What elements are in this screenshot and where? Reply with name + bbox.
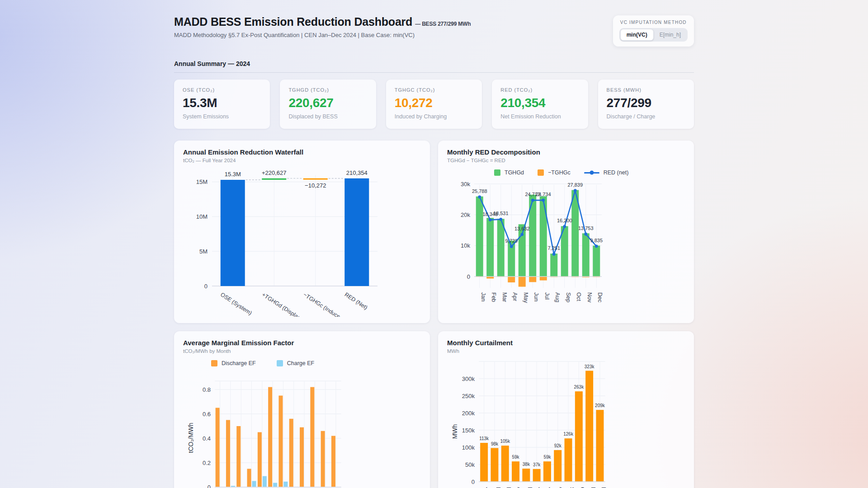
- kpi-subtext: Discharge / Charge: [607, 113, 685, 120]
- chart-subtitle: tCO₂/MWh by Month: [183, 348, 421, 354]
- annual-summary-heading: Annual Summary — 2024: [174, 60, 694, 67]
- kpi-card-ose: OSE (TCO₂) 15.3M System Emissions: [174, 80, 270, 129]
- vc-method-option-minvc[interactable]: min(VC): [620, 29, 654, 41]
- kpi-subtext: System Emissions: [183, 113, 261, 120]
- svg-text:0: 0: [472, 479, 475, 485]
- svg-text:Nov: Nov: [586, 292, 593, 303]
- kpi-card-bess: BESS (MWH) 277/299 Discharge / Charge: [598, 80, 694, 129]
- kpi-label: TGHGC (TCO₂): [395, 87, 473, 93]
- legend-label: Charge EF: [287, 360, 314, 366]
- svg-text:RED (Net): RED (Net): [344, 291, 369, 311]
- svg-text:−10,272: −10,272: [305, 182, 326, 189]
- charts-grid: Annual Emission Reduction Waterfall tCO₂…: [174, 141, 694, 488]
- svg-text:18,531: 18,531: [493, 211, 509, 216]
- chart-title: Average Marginal Emission Factor: [183, 339, 421, 347]
- svg-text:0.8: 0.8: [203, 386, 211, 393]
- dashboard: MADD BESS Emission Reduction Dashboard— …: [174, 0, 694, 488]
- ef-chart-legend: Discharge EF Charge EF: [211, 358, 421, 368]
- tghgc-swatch-icon: [538, 169, 544, 176]
- chart-title: Monthly Curtailment: [447, 339, 685, 347]
- vc-imputation-label: VC IMPUTATION METHOD: [619, 20, 688, 25]
- svg-text:59k: 59k: [543, 455, 551, 460]
- svg-text:OSE (System): OSE (System): [219, 291, 253, 316]
- legend-item-red-net[interactable]: RED (net): [584, 169, 629, 176]
- kpi-value: 15.3M: [183, 96, 261, 110]
- kpi-value: 210,354: [500, 96, 579, 110]
- svg-text:13,632: 13,632: [514, 226, 530, 231]
- legend-item-charge-ef[interactable]: Charge EF: [277, 360, 314, 366]
- chart-subtitle: TGHGd − TGHGc = RED: [447, 158, 685, 163]
- svg-text:15M: 15M: [196, 178, 208, 185]
- svg-text:24,734: 24,734: [536, 192, 551, 197]
- header: MADD BESS Emission Reduction Dashboard— …: [174, 15, 694, 47]
- legend-item-discharge-ef[interactable]: Discharge EF: [211, 360, 256, 366]
- waterfall-chart: 05M10M15M15.3M+220,627−10,272210,354OSE …: [183, 163, 422, 317]
- charge-ef-swatch-icon: [277, 360, 283, 366]
- legend-label: Discharge EF: [222, 360, 256, 366]
- svg-text:30k: 30k: [461, 181, 470, 188]
- header-titles: MADD BESS Emission Reduction Dashboard— …: [174, 15, 471, 38]
- kpi-subtext: Induced by Charging: [395, 113, 473, 120]
- svg-text:126k: 126k: [563, 432, 574, 436]
- svg-text:20k: 20k: [461, 211, 470, 218]
- svg-text:Mar: Mar: [501, 292, 508, 302]
- waterfall-chart-card: Annual Emission Reduction Waterfall tCO₂…: [174, 141, 430, 323]
- svg-text:323k: 323k: [585, 364, 595, 369]
- emission-factor-chart-card: Average Marginal Emission Factor tCO₂/MW…: [174, 331, 430, 488]
- legend-label: TGHGd: [505, 169, 524, 176]
- svg-text:−TGHGc (Induced): −TGHGc (Induced): [302, 291, 345, 317]
- kpi-label: OSE (TCO₂): [183, 87, 261, 93]
- legend-label: −TGHGc: [548, 169, 571, 176]
- svg-text:tCO₂/MWh: tCO₂/MWh: [187, 423, 194, 453]
- svg-text:Jan: Jan: [480, 292, 486, 301]
- svg-text:113k: 113k: [479, 436, 489, 441]
- svg-text:16,200: 16,200: [557, 218, 572, 223]
- svg-text:9,835: 9,835: [590, 238, 603, 243]
- svg-text:210,354: 210,354: [346, 169, 368, 176]
- svg-text:0.4: 0.4: [203, 435, 211, 442]
- svg-text:10k: 10k: [461, 242, 470, 249]
- kpi-value: 10,272: [395, 96, 473, 110]
- svg-text:300k: 300k: [462, 375, 475, 382]
- svg-text:0: 0: [208, 484, 211, 488]
- legend-item-tghgc[interactable]: −TGHGc: [538, 169, 571, 176]
- emission-factor-chart: 00.20.40.60.8tCO₂/MWhJanFebMarAprMayJunJ…: [183, 369, 422, 488]
- red-decomposition-chart-card: Monthly RED Decomposition TGHGd − TGHGc …: [438, 141, 694, 323]
- svg-text:Jun: Jun: [533, 292, 539, 301]
- svg-text:MWh: MWh: [451, 424, 458, 439]
- discharge-ef-swatch-icon: [211, 360, 217, 366]
- svg-text:0: 0: [204, 283, 208, 290]
- page-subtitle: MADD Methodology §5.7 Ex-Post Quantifica…: [174, 32, 471, 38]
- vc-imputation-panel: VC IMPUTATION METHOD min(VC) E[min_h]: [613, 15, 694, 47]
- svg-text:0.6: 0.6: [203, 411, 211, 418]
- svg-text:Sep: Sep: [565, 292, 571, 302]
- red-line-swatch-icon: [584, 172, 599, 174]
- svg-text:5M: 5M: [199, 248, 208, 255]
- curtailment-chart-card: Monthly Curtailment MWh 050k100k150k200k…: [438, 331, 694, 488]
- svg-text:10M: 10M: [196, 213, 208, 220]
- svg-text:59k: 59k: [512, 455, 519, 460]
- svg-text:98k: 98k: [491, 441, 499, 446]
- svg-text:50k: 50k: [465, 461, 475, 468]
- svg-text:Dec: Dec: [597, 292, 603, 302]
- kpi-value: 220,627: [288, 96, 367, 110]
- vc-method-option-eminh[interactable]: E[min_h]: [654, 29, 687, 41]
- svg-text:150k: 150k: [462, 427, 475, 434]
- curtailment-chart: 050k100k150k200k250k300k113k98k105k59k38…: [447, 354, 686, 488]
- svg-text:37k: 37k: [533, 462, 541, 467]
- kpi-label: TGHGD (TCO₂): [288, 87, 367, 93]
- page-title: MADD BESS Emission Reduction Dashboard— …: [174, 15, 471, 28]
- svg-text:13,753: 13,753: [578, 225, 594, 231]
- svg-text:7,251: 7,251: [547, 245, 560, 251]
- chart-title: Annual Emission Reduction Waterfall: [183, 148, 421, 156]
- kpi-subtext: Displaced by BESS: [288, 113, 367, 120]
- legend-item-tghgd[interactable]: TGHGd: [494, 169, 524, 176]
- kpi-card-tghgd: TGHGD (TCO₂) 220,627 Displaced by BESS: [280, 80, 376, 129]
- chart-subtitle: MWh: [447, 348, 685, 354]
- svg-text:Feb: Feb: [491, 292, 497, 302]
- svg-text:9,729: 9,729: [505, 238, 518, 244]
- svg-text:92k: 92k: [554, 443, 562, 448]
- red-line-dot-icon: [590, 171, 594, 175]
- kpi-subtext: Net Emission Reduction: [500, 113, 579, 120]
- kpi-value: 277/299: [607, 96, 685, 110]
